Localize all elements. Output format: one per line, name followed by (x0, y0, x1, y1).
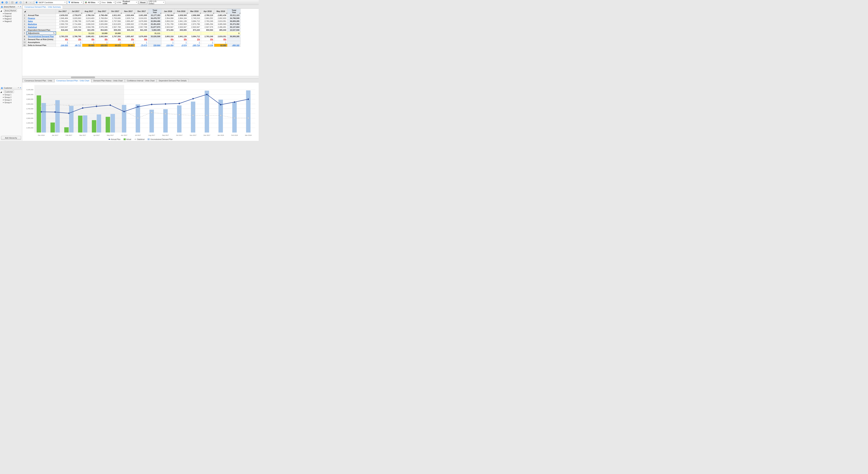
cell[interactable]: 2,507,579 (201, 26, 214, 29)
cell[interactable]: 150,844 (148, 44, 161, 47)
cell[interactable]: 1 (161, 41, 175, 44)
cell[interactable]: 31,877,973 (148, 26, 161, 29)
cell[interactable]: 44,376 (109, 44, 122, 47)
row-number[interactable]: 3 (22, 20, 27, 23)
bar-actual[interactable] (64, 127, 69, 133)
cell[interactable]: 3,018,031 (135, 17, 148, 20)
site-dropdown[interactable]: All Sites ▼ (84, 1, 100, 4)
cell[interactable]: 2,692,904 (95, 35, 109, 38)
tab[interactable]: Demand Plan History - Units Chart (92, 79, 125, 82)
cell[interactable]: 34,798,599 (227, 17, 241, 20)
bar-actual[interactable] (78, 116, 83, 133)
cell[interactable]: 10,000 (109, 32, 122, 35)
cell[interactable]: 1 (82, 41, 95, 44)
row-label[interactable]: Marketing (27, 23, 56, 26)
line-point[interactable] (41, 111, 42, 112)
collapse-icon[interactable]: ◢ (0, 91, 2, 93)
cell[interactable]: 2,701,799 (161, 23, 175, 26)
cell[interactable]: -498,182 (227, 44, 241, 47)
cell[interactable]: 2,788,790 (69, 20, 82, 23)
cell[interactable]: 874,400 (161, 29, 175, 32)
col-header[interactable]: Jan 2018 (161, 9, 175, 14)
col-header[interactable]: Jun 2017 (56, 9, 69, 14)
cell[interactable]: 822,255 (82, 29, 95, 32)
line-point[interactable] (137, 117, 138, 118)
bar-udp[interactable] (246, 90, 250, 133)
tab[interactable]: Dependent Demand Plan Details (157, 79, 188, 82)
expand-icon[interactable]: ▸ (3, 94, 4, 96)
cell[interactable]: 1 (69, 41, 82, 44)
line-point[interactable] (55, 111, 56, 113)
bar-udp[interactable] (83, 115, 87, 133)
cell[interactable]: 2,639,032 (56, 14, 69, 17)
cell[interactable]: 36,009,285 (227, 20, 241, 23)
cell[interactable]: 105,591 (95, 44, 109, 47)
bar-udp[interactable] (205, 91, 209, 133)
cell[interactable]: 6% (135, 38, 148, 41)
tab[interactable]: Consensus Demand Plan - Units Chart (55, 79, 91, 82)
cell[interactable]: 2% (109, 38, 122, 41)
row-label[interactable]: Sales (27, 20, 56, 23)
collapse-icon[interactable]: ◢ (0, 10, 2, 12)
cell[interactable]: 1 (56, 41, 69, 44)
bar-udp[interactable] (232, 102, 237, 133)
cell[interactable]: 2,864,184 (175, 17, 188, 20)
cell[interactable]: 2% (122, 38, 135, 41)
cell[interactable]: 0 (227, 32, 241, 35)
cell[interactable]: 2,841,139 (175, 35, 188, 38)
expand-icon[interactable]: ▸ (3, 15, 4, 17)
cell[interactable]: 2,620,744 (69, 26, 82, 29)
cell[interactable]: 2,819,351 (214, 35, 227, 38)
line-point[interactable] (179, 114, 180, 115)
view-dropdown[interactable]: View: Units ▼ (100, 1, 115, 4)
cell[interactable]: 849,085 (175, 29, 188, 32)
cell[interactable]: 30,137,604 (227, 26, 241, 29)
row-number[interactable]: 1 (22, 14, 27, 17)
line-point[interactable] (110, 105, 111, 106)
bar-udp[interactable] (191, 102, 195, 133)
cell[interactable]: 841,345 (135, 29, 148, 32)
line-point[interactable] (151, 104, 152, 105)
cell[interactable]: 2,725,088 (135, 23, 148, 26)
cell[interactable]: 2,855,497 (122, 20, 135, 23)
cell[interactable] (188, 32, 201, 35)
line-point[interactable] (248, 117, 249, 118)
cell[interactable]: 3,019,403 (82, 17, 95, 20)
cell[interactable]: 2,692,833 (214, 17, 227, 20)
line-point[interactable] (165, 103, 166, 105)
expand-icon[interactable]: ▸ (3, 99, 4, 101)
line-point[interactable] (220, 115, 221, 116)
cell[interactable]: 1 (95, 41, 109, 44)
cell[interactable]: 35,373,392 (227, 23, 241, 26)
cell[interactable]: 1 (188, 41, 201, 44)
col-header[interactable]: Sep 2017 (95, 9, 109, 14)
cell[interactable]: 2,783,249 (201, 35, 214, 38)
close-icon[interactable]: × (19, 87, 22, 89)
chart-icon[interactable] (15, 1, 18, 4)
cell[interactable]: 2,841,139 (175, 20, 188, 23)
line-point[interactable] (207, 115, 208, 116)
cell[interactable] (135, 32, 148, 35)
expand-icon[interactable]: ▸ (3, 101, 4, 104)
cell[interactable]: 2,757,556 (109, 20, 122, 23)
cell[interactable]: 2,910,404 (122, 14, 135, 17)
bar-udp[interactable] (97, 114, 101, 133)
cell[interactable]: 818,445 (56, 29, 69, 32)
grid-horizontal-scrollbar[interactable] (22, 76, 259, 78)
bar-actual[interactable] (92, 120, 96, 133)
tree-node[interactable]: ▸External (0, 12, 22, 15)
line-point[interactable] (55, 104, 56, 105)
bar-actual[interactable] (106, 117, 110, 133)
cell[interactable]: 54,907 (122, 44, 135, 47)
line-point[interactable] (248, 99, 249, 100)
cell[interactable]: 33,451,833 (148, 23, 161, 26)
cell[interactable] (214, 32, 227, 35)
refresh-icon[interactable] (19, 1, 22, 4)
units-chart[interactable]: 2,300,0002,400,0002,500,0002,600,0002,70… (22, 82, 259, 138)
cell[interactable]: 839,200 (109, 29, 122, 32)
tree-node[interactable]: ▸Group 1 (0, 93, 22, 96)
cell[interactable]: 2,753,695 (109, 17, 122, 20)
cell[interactable]: 2,557,708 (109, 26, 122, 29)
cell[interactable]: 3,005,569 (214, 23, 227, 26)
tab[interactable]: Consensus Demand Plan - Units (23, 79, 54, 82)
